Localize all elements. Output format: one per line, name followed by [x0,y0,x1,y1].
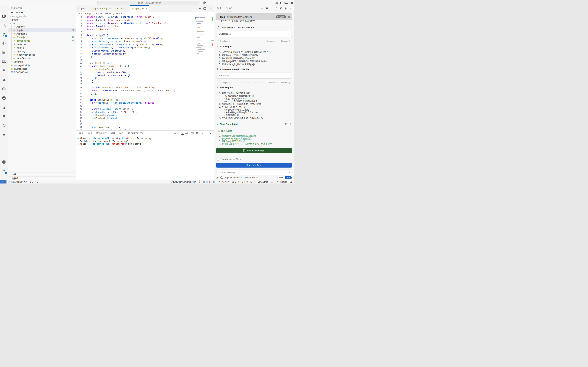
toggle-secondary-sidebar-icon[interactable] [289,1,293,4]
file-setupTests.js[interactable]: JSsetupTests.js [8,57,76,60]
nav-forward-icon[interactable]: → [93,1,95,4]
explorer-more-icon[interactable]: ⋯ [71,7,73,9]
file-Board.js[interactable]: JSBoard.jsU [8,35,76,39]
encoding-item[interactable]: UTF-8 [242,181,248,183]
gutter-red-marker-icon[interactable]: ▶ [83,97,84,99]
tab-close-icon[interactable]: × [146,7,147,10]
plan-act-toggle[interactable]: PlanAct [277,176,292,179]
accounts-icon[interactable] [1,159,7,165]
search-view-icon[interactable] [1,23,7,28]
file-App.css[interactable]: #App.css [8,25,76,28]
run-debug-icon[interactable] [1,41,7,46]
cline-mcp-icon[interactable] [265,7,268,10]
terminal-output[interactable]: ●(base) → tictactoe git:(main) git switc… [76,136,214,146]
api-request-2-header[interactable]: ✓ API Request ⌄ [217,86,292,89]
auto-approve-checkbox[interactable] [216,158,219,160]
github-icon[interactable] [1,96,7,100]
file-package-lock.json[interactable]: {}package-lock.json [8,63,76,67]
copilot-status-icon[interactable] [271,181,273,183]
file-package.json[interactable]: {}package.json [8,67,76,70]
tab-gameLogic.js[interactable]: JSgameLogic.jsU [90,5,112,12]
file-App.test.js[interactable]: JSApp.test.js [8,32,76,35]
source-control-icon[interactable]: 3 [1,32,7,37]
testing-flask-icon[interactable] [1,68,7,73]
minimap[interactable] [195,16,211,56]
cline-history-icon[interactable]: ⟲ [270,7,273,10]
cline-close-icon[interactable]: ✕ [289,7,291,10]
folder-src[interactable]: ⌄src● [8,21,76,25]
cursor-position-item[interactable]: 行 24, 列 10 [218,180,230,183]
notifications-bell-icon[interactable] [290,181,292,183]
kubernetes-icon[interactable] [1,86,7,92]
copilot-chevron-icon[interactable]: ⌄ [206,1,208,3]
project-manager-icon[interactable] [1,123,7,128]
prettier-item[interactable]: ✓✓ Prettier [276,181,287,183]
eol-item[interactable]: LF [250,181,253,183]
camera-icon[interactable] [220,176,223,179]
task-expand-chevron-icon[interactable]: › [218,16,219,18]
git-branch-item[interactable]: Refactoring* [8,181,27,183]
tab-App.js[interactable]: JSApp.jsM× [130,5,149,12]
compare-button[interactable]: Compare [265,40,276,42]
panel-tab-问题[interactable]: 问题 [79,131,84,136]
problems-item[interactable]: ⊘0 △0 [29,181,38,183]
panel-tab-输出[interactable]: 输出 [88,131,92,136]
compare-button[interactable]: Compare [265,81,276,84]
toggle-panel-icon[interactable] [284,1,288,4]
breadcrumb-file[interactable]: App.js [85,12,91,15]
maximize-panel-icon[interactable]: ⌃ [205,132,207,134]
breadcrumb-callback[interactable]: useEffect() callback [104,12,122,15]
file-gameLogic.js[interactable]: JSgameLogic.jsU [8,39,76,42]
docker-icon[interactable] [1,77,7,82]
file-index.js[interactable]: JSindex.js [8,46,76,50]
code-editor[interactable]: 1import React, { useState, useEffect } f… [76,16,214,130]
overview-ruler[interactable] [211,16,214,130]
breadcrumb-src[interactable]: src [77,12,80,15]
mongodb-icon[interactable] [1,132,7,137]
api-request-1-header[interactable]: ✓ API Request ⌄ [217,45,292,48]
edit-file-path-dropdown[interactable]: src/App.js ⌄ [216,73,292,78]
terminal-new-chevron-icon[interactable]: ⌄ [177,133,179,134]
file-App.js[interactable]: JSApp.jsM [8,28,76,32]
file-.gitignore[interactable]: ◆.gitignore [8,60,76,63]
tab-chat[interactable]: 聊天 [217,5,222,12]
copilot-icon[interactable] [203,1,206,4]
command-center-search[interactable]: [扩展开发宿主] tictactoe [97,1,199,5]
cline-settings-icon[interactable]: ⚙ [284,7,287,10]
task-header[interactable]: › Task: 对项目中的代码进行重构 $0.0000 ✕ [216,13,292,20]
panel-tab-终端[interactable]: 终端 [111,131,115,136]
snyk-icon[interactable] [1,114,7,119]
panel-tab-调试控制台[interactable]: 调试控制台 [96,131,107,136]
kill-terminal-icon[interactable] [196,132,198,135]
thumbs-up-icon[interactable] [285,123,287,126]
cline-new-task-icon[interactable]: ＋ [261,7,263,10]
breadcrumb-symbol[interactable]: App [95,12,99,15]
task-close-icon[interactable]: ✕ [288,16,290,18]
panel-tab-端口[interactable]: 端口 [119,131,123,136]
send-icon[interactable]: ▷ [288,171,290,174]
plan-toggle[interactable]: Plan [277,176,285,179]
start-new-task-button[interactable]: Start New Task [216,163,292,167]
azure-openai-item[interactable]: AzureOpenAI: Completion [171,181,196,183]
file-index.css[interactable]: #index.css [8,42,76,46]
restore-button[interactable]: Restore [280,81,290,84]
cmake-tools-icon[interactable] [1,105,7,110]
remote-explorer-icon[interactable] [1,59,7,64]
file-README.md[interactable]: ⓘREADME.md [8,70,76,74]
session-item[interactable]: 军舰 (1 小时前) [199,180,215,183]
language-item[interactable]: { } JavaScript [256,181,268,183]
message-input[interactable]: Type a message... ▷ [216,169,292,175]
shell-label[interactable]: zsh [185,132,188,135]
restore-button[interactable]: Restore [280,40,290,42]
mention-icon[interactable]: @ [216,176,219,179]
terminal-scrollbar[interactable] [213,134,213,139]
panel-more-icon[interactable]: ⋯ [201,132,203,135]
tab-cline[interactable]: CLINE [226,5,232,12]
extensions-icon[interactable] [1,50,7,55]
indentation-item[interactable]: 空格: 2 [232,180,239,183]
terminal-new-icon[interactable]: ＋ [174,132,176,135]
panel-tab-PROMPT FLOW[interactable]: PROMPT FLOW [128,131,143,136]
file-reportWebVitals.js[interactable]: JSreportWebVitals.js [8,53,76,57]
split-editor-icon[interactable] [204,7,206,10]
cline-account-icon[interactable] [280,7,282,10]
